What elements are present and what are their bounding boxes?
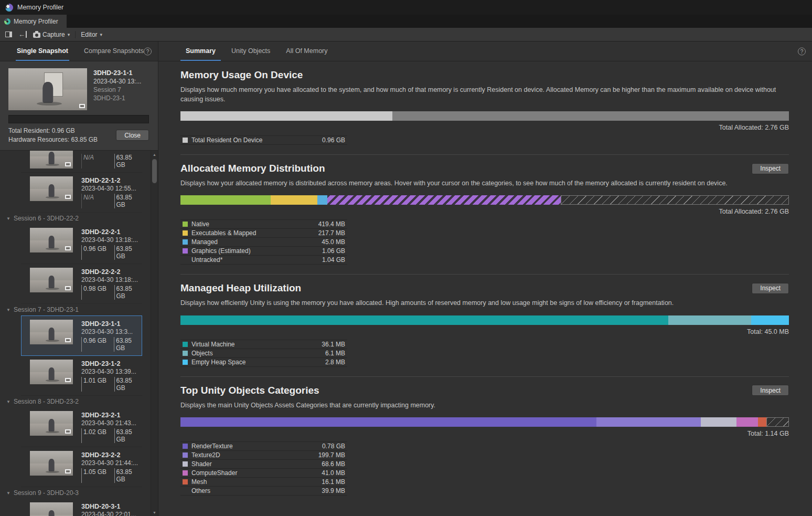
help-icon[interactable]: ? xyxy=(144,47,152,55)
capture-button[interactable]: Capture ▾ xyxy=(30,29,72,40)
legend-row[interactable]: Native419.4 MB xyxy=(180,220,347,229)
legend-value: 199.7 MB xyxy=(318,451,345,459)
tab-compare-snapshots[interactable]: Compare Snapshots xyxy=(83,41,145,61)
snapshot-row[interactable]: 3DHD-23-2-22023-04-30 21:44:...1.05 GB63… xyxy=(21,447,142,487)
snapshot-platform: 3DHD-23-1 xyxy=(93,94,141,102)
inspect-button[interactable]: Inspect xyxy=(752,283,789,294)
thumbnail-figure xyxy=(49,459,55,471)
legend-label: Mesh xyxy=(191,478,322,486)
legend-label: Objects xyxy=(191,350,325,357)
bar-segment-executables-and-mapped[interactable] xyxy=(271,195,317,205)
bar-segment-mesh[interactable] xyxy=(758,417,766,427)
capture-label: Capture xyxy=(42,31,65,38)
snapshot-row[interactable]: 3DHD-23-2-12023-04-30 21:43...1.02 GB63.… xyxy=(21,407,142,447)
bar-segment-graphics-estimated[interactable] xyxy=(327,195,561,205)
snapshot-thumbnail xyxy=(8,68,87,110)
scroll-down-icon[interactable]: ▼ xyxy=(151,509,158,516)
legend-row[interactable]: Graphics (Estimated)1.06 GB xyxy=(180,247,347,256)
legend-row[interactable]: RenderTexture0.78 GB xyxy=(180,442,347,451)
snapshot-date: 2023-04-30 13:... xyxy=(93,78,141,85)
snapshot-card-header: 3DHD-23-1-1 2023-04-30 13:... Session 7 … xyxy=(8,68,149,110)
snapshot-row[interactable]: 3DHD-22-2-22023-04-30 13:18:...0.98 GB63… xyxy=(21,264,142,304)
scrollbar-thumb[interactable] xyxy=(152,159,157,183)
snapshot-row[interactable]: 3DHD-23-1-22023-04-30 13:39...1.01 GB63.… xyxy=(21,356,142,396)
bar-segment-texture2d[interactable] xyxy=(596,417,700,427)
bar-segment-objects[interactable] xyxy=(668,315,751,325)
bar-segment-rendertexture[interactable] xyxy=(180,417,596,427)
screen-icon xyxy=(65,429,71,434)
bar-segment-resident[interactable] xyxy=(180,111,392,121)
tab-single-snapshot[interactable]: Single Snapshot xyxy=(16,41,69,61)
snapshot-list: 2023-04-30 12:54...N/A63.85 GB3DHD-22-1-… xyxy=(0,151,151,516)
legend-row[interactable]: ComputeShader41.0 MB xyxy=(180,469,347,478)
legend-row[interactable]: Empty Heap Space2.8 MB xyxy=(180,358,347,367)
snapshot-hardware-size: 63.85 GB xyxy=(114,285,142,300)
snapshot-row[interactable]: 3DHD-23-1-12023-04-30 13:3...0.96 GB63.8… xyxy=(21,315,142,356)
inspect-button[interactable]: Inspect xyxy=(752,385,789,396)
bar-segment-native[interactable] xyxy=(180,195,271,205)
unity-objects-bar[interactable] xyxy=(180,417,789,427)
legend-row[interactable]: Untracked*1.04 GB xyxy=(180,256,347,265)
inspect-button[interactable]: Inspect xyxy=(752,163,789,174)
snapshot-name: 3DHD-22-2-2 xyxy=(81,268,142,276)
legend-row[interactable]: Shader68.6 MB xyxy=(180,460,347,469)
bar-segment-computeshader[interactable] xyxy=(736,417,758,427)
legend-value: 39.9 MB xyxy=(322,487,345,494)
session-header[interactable]: ▼Session 9 - 3DHD-20-3 xyxy=(0,487,151,499)
legend-row[interactable]: Virtual Machine36.1 MB xyxy=(180,340,347,349)
session-header[interactable]: ▼Session 7 - 3DHD-23-1 xyxy=(0,304,151,315)
legend-row[interactable]: Mesh16.1 MB xyxy=(180,478,347,487)
snapshot-resident-size: N/A xyxy=(81,154,114,169)
memory-usage-bar[interactable] xyxy=(180,111,789,121)
allocated-memory-bar[interactable] xyxy=(180,195,789,205)
bar-segment-virtual-machine[interactable] xyxy=(180,315,668,325)
legend-row[interactable]: Total Resident On Device0.96 GB xyxy=(180,136,347,145)
thumbnail-figure xyxy=(49,152,55,164)
thumbnail-shadow xyxy=(37,102,62,106)
bar-segment-managed[interactable] xyxy=(317,195,327,205)
legend-row[interactable]: Managed45.0 MB xyxy=(180,238,347,247)
close-button[interactable]: Close xyxy=(116,130,149,141)
bar-segment-untracked[interactable] xyxy=(561,195,789,205)
snapshot-date: 2023-04-30 13:18:... xyxy=(81,276,142,283)
tab-all-of-memory[interactable]: All Of Memory xyxy=(281,41,333,61)
snapshot-date: 2023-04-30 13:3... xyxy=(81,328,142,335)
session-label: Session 9 - 3DHD-20-3 xyxy=(14,489,79,497)
tab-unity-objects[interactable]: Unity Objects xyxy=(226,41,275,61)
legend-row[interactable]: Executables & Mapped217.7 MB xyxy=(180,229,347,238)
chevron-down-icon[interactable]: ▾ xyxy=(68,32,70,37)
managed-heap-bar[interactable] xyxy=(180,315,789,325)
legend-row[interactable]: Objects6.1 MB xyxy=(180,349,347,358)
legend-label: Executables & Mapped xyxy=(191,229,318,237)
snapshot-row[interactable]: 3DHD-22-1-22023-04-30 12:55...N/A63.85 G… xyxy=(21,173,142,213)
snapshot-row[interactable]: 3DHD-22-2-12023-04-30 13:18:...0.96 GB63… xyxy=(21,224,142,264)
legend-row[interactable]: Texture2D199.7 MB xyxy=(180,451,347,460)
thumbnail-shadow xyxy=(46,288,59,290)
session-header[interactable]: ▼Session 6 - 3DHD-22-2 xyxy=(0,213,151,224)
legend-value: 0.96 GB xyxy=(322,136,345,144)
scrollbar-track[interactable] xyxy=(151,158,158,509)
bar-segment-others[interactable] xyxy=(766,417,789,427)
editor-dropdown[interactable]: Editor ▾ xyxy=(78,29,105,40)
legend-row[interactable]: Others39.9 MB xyxy=(180,487,347,496)
bar-segment-shader[interactable] xyxy=(701,417,736,427)
resident-memory-bar xyxy=(8,115,149,123)
load-snapshot-button[interactable]: ← xyxy=(16,29,29,40)
main-tab-bar: Summary Unity Objects All Of Memory ? xyxy=(158,41,812,61)
bar-segment-empty-heap-space[interactable] xyxy=(751,315,789,325)
help-icon[interactable]: ? xyxy=(798,47,806,55)
section-description: Displays how efficiently Unity is using … xyxy=(180,298,789,308)
legend-value: 0.78 GB xyxy=(322,443,345,450)
snapshot-row[interactable]: 3DHD-20-3-12023-04-30 22:01...N/A63.85 G… xyxy=(21,499,142,516)
tab-summary[interactable]: Summary xyxy=(180,41,221,61)
snapshot-row[interactable]: 2023-04-30 12:54...N/A63.85 GB xyxy=(21,151,142,173)
screen-icon xyxy=(65,286,71,290)
snapshot-date: 2023-04-30 21:43... xyxy=(81,419,142,427)
window-tab-memory-profiler[interactable]: Memory Profiler xyxy=(0,15,67,28)
details-panel-toggle-button[interactable] xyxy=(3,29,15,40)
bar-segment-allocated[interactable] xyxy=(392,111,789,121)
window-tabstrip: Memory Profiler xyxy=(0,15,812,28)
scroll-up-icon[interactable]: ▲ xyxy=(151,151,158,158)
session-header[interactable]: ▼Session 8 - 3DHD-23-2 xyxy=(0,396,151,407)
snapshot-list-scrollbar[interactable]: ▲ ▼ xyxy=(151,151,158,516)
